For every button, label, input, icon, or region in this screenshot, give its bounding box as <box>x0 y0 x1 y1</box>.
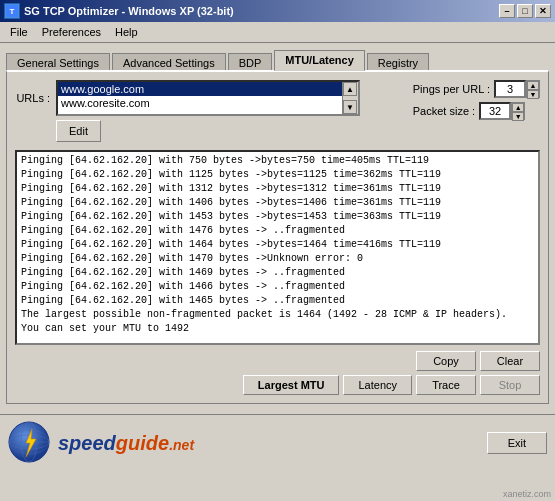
bottom-area: speedguide.net Exit <box>0 414 555 469</box>
scroll-up-arrow[interactable]: ▲ <box>343 82 357 96</box>
largest-mtu-button[interactable]: Largest MTU <box>243 375 340 395</box>
output-line: You can set your MTU to 1492 <box>21 322 534 336</box>
packet-spinner[interactable]: 32 ▲ ▼ <box>479 102 525 120</box>
stop-button[interactable]: Stop <box>480 375 540 395</box>
copy-button[interactable]: Copy <box>416 351 476 371</box>
logo-text: speedguide.net <box>58 432 194 455</box>
clear-button[interactable]: Clear <box>480 351 540 371</box>
window-title: SG TCP Optimizer - Windows XP (32-bit) <box>24 5 234 17</box>
title-bar: T SG TCP Optimizer - Windows XP (32-bit)… <box>0 0 555 22</box>
right-controls: Pings per URL : 3 ▲ ▼ Packet size : 32 ▲… <box>413 80 540 120</box>
main-window: General Settings Advanced Settings BDP M… <box>0 43 555 410</box>
output-area[interactable]: Pinging [64.62.162.20] with 750 bytes ->… <box>15 150 540 345</box>
output-line: Pinging [64.62.162.20] with 1125 bytes -… <box>21 168 534 182</box>
app-icon: T <box>4 3 20 19</box>
action-buttons: Largest MTU Latency Trace Stop <box>243 375 540 395</box>
output-line: Pinging [64.62.162.20] with 1470 bytes -… <box>21 252 534 266</box>
scroll-down-arrow[interactable]: ▼ <box>343 100 357 114</box>
edit-button[interactable]: Edit <box>56 120 101 142</box>
output-line: Pinging [64.62.162.20] with 750 bytes ->… <box>21 154 534 168</box>
svg-text:T: T <box>10 7 15 16</box>
trace-button[interactable]: Trace <box>416 375 476 395</box>
url-item-0[interactable]: www.google.com <box>58 82 342 96</box>
minimize-button[interactable]: – <box>499 4 515 18</box>
url-scrollbar: ▲ ▼ <box>342 82 358 114</box>
pings-input[interactable]: 3 <box>494 80 526 98</box>
maximize-button[interactable]: □ <box>517 4 533 18</box>
logo-area: speedguide.net <box>8 421 194 465</box>
logo-net: .net <box>169 437 194 453</box>
pings-down-arrow[interactable]: ▼ <box>527 90 539 99</box>
output-line: Pinging [64.62.162.20] with 1465 bytes -… <box>21 294 534 308</box>
packet-arrows: ▲ ▼ <box>511 102 525 120</box>
packet-up-arrow[interactable]: ▲ <box>512 103 524 112</box>
exit-button[interactable]: Exit <box>487 432 547 454</box>
pings-row: Pings per URL : 3 ▲ ▼ <box>413 80 540 98</box>
pings-spinner[interactable]: 3 ▲ ▼ <box>494 80 540 98</box>
packet-label: Packet size : <box>413 105 475 117</box>
output-line: Pinging [64.62.162.20] with 1476 bytes -… <box>21 224 534 238</box>
url-combobox[interactable]: www.google.com www.coresite.com ▲ ▼ <box>56 80 360 116</box>
logo-speed: speed <box>58 432 116 454</box>
packet-down-arrow[interactable]: ▼ <box>512 112 524 121</box>
urls-label: URLs : <box>15 92 50 104</box>
menu-bar: File Preferences Help <box>0 22 555 43</box>
pings-label: Pings per URL : <box>413 83 490 95</box>
main-panel: URLs : www.google.com www.coresite.com ▲… <box>6 70 549 404</box>
tab-bar: General Settings Advanced Settings BDP M… <box>6 49 549 70</box>
output-line: Pinging [64.62.162.20] with 1466 bytes -… <box>21 280 534 294</box>
url-row: URLs : www.google.com www.coresite.com ▲… <box>15 80 360 116</box>
output-line: The largest possible non-fragmented pack… <box>21 308 534 322</box>
packet-input[interactable]: 32 <box>479 102 511 120</box>
menu-file[interactable]: File <box>4 24 34 40</box>
globe-icon <box>8 421 50 465</box>
logo-guide: guide <box>116 432 169 454</box>
window-controls: – □ ✕ <box>499 4 551 18</box>
bottom-button-row: Largest MTU Latency Trace Stop <box>15 375 540 395</box>
watermark: xanetiz.com <box>503 489 551 499</box>
url-list[interactable]: www.google.com www.coresite.com <box>58 82 342 114</box>
tab-mtu-latency[interactable]: MTU/Latency <box>274 50 364 71</box>
pings-arrows: ▲ ▼ <box>526 80 540 98</box>
pings-up-arrow[interactable]: ▲ <box>527 81 539 90</box>
close-button[interactable]: ✕ <box>535 4 551 18</box>
top-button-row: Copy Clear <box>15 351 540 371</box>
menu-preferences[interactable]: Preferences <box>36 24 107 40</box>
output-line: Pinging [64.62.162.20] with 1312 bytes -… <box>21 182 534 196</box>
packet-row: Packet size : 32 ▲ ▼ <box>413 102 540 120</box>
output-line: Pinging [64.62.162.20] with 1464 bytes -… <box>21 238 534 252</box>
url-item-1[interactable]: www.coresite.com <box>58 96 342 110</box>
output-line: Pinging [64.62.162.20] with 1406 bytes -… <box>21 196 534 210</box>
output-line: Pinging [64.62.162.20] with 1453 bytes -… <box>21 210 534 224</box>
menu-help[interactable]: Help <box>109 24 144 40</box>
output-line: Pinging [64.62.162.20] with 1469 bytes -… <box>21 266 534 280</box>
latency-button[interactable]: Latency <box>343 375 412 395</box>
